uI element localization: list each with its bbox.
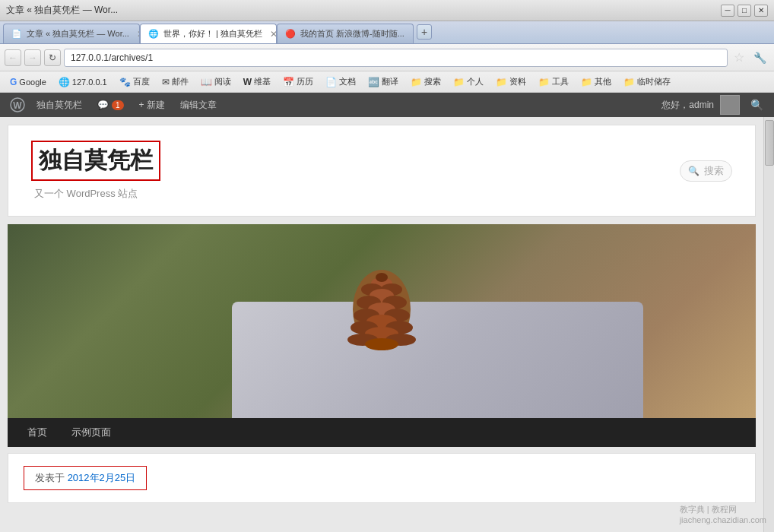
google-icon: G bbox=[10, 77, 17, 87]
tools-icon: 📁 bbox=[538, 77, 550, 87]
mail-icon: ✉ bbox=[162, 77, 170, 87]
back-button[interactable]: ← bbox=[5, 49, 21, 66]
wp-edit-button[interactable]: 编辑文章 bbox=[173, 93, 224, 117]
wiki-icon: W bbox=[243, 77, 252, 87]
featured-image bbox=[8, 224, 756, 418]
tab-article[interactable]: 📄 文章 « 独自莫凭栏 — Wor... ✕ bbox=[3, 24, 140, 43]
post-date-label: 发表于 bbox=[35, 472, 68, 483]
site-search[interactable]: 🔍 搜索 bbox=[680, 160, 732, 182]
translate-icon: 🔤 bbox=[368, 77, 379, 87]
bookmark-baidu[interactable]: 🐾 百度 bbox=[116, 74, 154, 89]
bookmark-temp[interactable]: 📁 临时储存 bbox=[620, 74, 674, 89]
site-tagline: 又一个 WordPress 站点 bbox=[31, 187, 160, 201]
bookmark-search-label: 搜索 bbox=[424, 76, 441, 87]
tab-label-2: 世界，你好！ | 独自莫凭栏 bbox=[163, 28, 262, 40]
site-title[interactable]: 独自莫凭栏 bbox=[31, 141, 160, 181]
title-bar: 文章 « 独自莫凭栏 — Wor... ─ □ ✕ bbox=[0, 0, 774, 21]
minimize-button[interactable]: ─ bbox=[721, 5, 734, 17]
tab-close-2[interactable]: ✕ bbox=[270, 29, 277, 40]
forward-button[interactable]: → bbox=[24, 49, 41, 66]
bookmark-calendar[interactable]: 📅 历历 bbox=[279, 74, 317, 89]
bookmarks-bar: G Google 🌐 127.0.0.1 🐾 百度 ✉ 邮件 📖 阅读 W 维基… bbox=[0, 71, 774, 93]
wp-greeting: 您好，admin bbox=[661, 99, 714, 112]
wp-comments-count: 1 bbox=[112, 100, 124, 110]
wp-logo-button[interactable]: W bbox=[6, 93, 29, 116]
calendar-icon: 📅 bbox=[283, 77, 294, 87]
tab-label-1: 文章 « 独自莫凭栏 — Wor... bbox=[27, 28, 129, 40]
watermark: 教字典 | 教程网jiacheng.chazidian.com bbox=[680, 504, 766, 524]
bookmark-tools[interactable]: 📁 工具 bbox=[535, 74, 573, 89]
nav-home[interactable]: 首页 bbox=[15, 418, 59, 447]
bookmark-google-label: Google bbox=[19, 78, 46, 87]
bookmark-docs[interactable]: 📄 文档 bbox=[322, 74, 360, 89]
bookmark-wiki[interactable]: W 维基 bbox=[239, 74, 274, 89]
wp-admin-bar: W 独自莫凭栏 💬 1 + 新建 编辑文章 您好，admin 🔍 bbox=[0, 93, 774, 117]
nav-sample-page[interactable]: 示例页面 bbox=[59, 418, 123, 447]
bookmark-mail-label: 邮件 bbox=[172, 76, 189, 87]
tab-favicon-1: 📄 bbox=[11, 29, 22, 40]
bookmark-temp-label: 临时储存 bbox=[637, 76, 671, 87]
scrollbar-thumb[interactable] bbox=[765, 120, 774, 166]
new-tab-button[interactable]: + bbox=[417, 24, 432, 40]
tab-bar: 📄 文章 « 独自莫凭栏 — Wor... ✕ 🌐 世界，你好！ | 独自莫凭栏… bbox=[0, 21, 774, 44]
scrollbar[interactable] bbox=[763, 117, 774, 532]
site-nav: 首页 示例页面 bbox=[8, 418, 756, 447]
tab-favicon-2: 🌐 bbox=[148, 29, 159, 40]
title-text: 文章 « 独自莫凭栏 — Wor... bbox=[6, 4, 118, 17]
bookmark-calendar-label: 历历 bbox=[297, 76, 313, 87]
bookmark-reader-label: 阅读 bbox=[214, 76, 231, 87]
wp-search-icon[interactable]: 🔍 bbox=[746, 99, 768, 111]
bookmark-baidu-label: 百度 bbox=[133, 76, 150, 87]
close-button[interactable]: ✕ bbox=[754, 5, 768, 17]
post-date-link[interactable]: 2012年2月25日 bbox=[68, 472, 136, 483]
tab-weibo[interactable]: 🔴 我的首页 新浪微博-随时随... ✕ bbox=[277, 24, 414, 43]
refresh-button[interactable]: ↻ bbox=[44, 49, 61, 66]
post-date: 发表于 2012年2月25日 bbox=[24, 466, 147, 490]
wp-site-name[interactable]: 独自莫凭栏 bbox=[29, 93, 90, 117]
settings-wrench-button[interactable]: 🔧 bbox=[750, 52, 769, 64]
reader-icon: 📖 bbox=[201, 77, 212, 87]
docs-icon: 📄 bbox=[325, 77, 337, 87]
bookmark-docs-label: 文档 bbox=[339, 76, 356, 87]
wp-new-button[interactable]: + 新建 bbox=[132, 93, 173, 117]
wp-avatar bbox=[720, 95, 740, 115]
tab-world[interactable]: 🌐 世界，你好！ | 独自莫凭栏 ✕ bbox=[140, 24, 277, 43]
temp-icon: 📁 bbox=[623, 77, 635, 87]
bookmark-translate[interactable]: 🔤 翻译 bbox=[364, 74, 402, 89]
svg-point-18 bbox=[365, 338, 398, 350]
bookmark-mail[interactable]: ✉ 邮件 bbox=[158, 74, 192, 89]
address-bar[interactable] bbox=[64, 49, 728, 67]
tab-close-3[interactable]: ✕ bbox=[412, 29, 414, 40]
restore-button[interactable]: □ bbox=[738, 5, 751, 17]
bookmark-google[interactable]: G Google bbox=[6, 75, 50, 89]
wp-comments-item[interactable]: 💬 1 bbox=[90, 93, 132, 117]
site-search-icon: 🔍 bbox=[688, 166, 699, 176]
bookmark-star-button[interactable]: ☆ bbox=[731, 50, 747, 65]
localhost-icon: 🌐 bbox=[59, 77, 70, 87]
bookmark-tools-label: 工具 bbox=[552, 76, 569, 87]
bookmark-reader[interactable]: 📖 阅读 bbox=[197, 74, 235, 89]
bookmark-search-folder[interactable]: 📁 搜索 bbox=[407, 74, 445, 89]
wp-comments-icon: 💬 bbox=[97, 100, 109, 110]
tab-favicon-3: 🔴 bbox=[285, 29, 296, 40]
browser-content: 独自莫凭栏 又一个 WordPress 站点 🔍 搜索 bbox=[0, 117, 774, 532]
wp-admin-right: 您好，admin 🔍 bbox=[661, 95, 768, 115]
bookmark-personal[interactable]: 📁 个人 bbox=[449, 74, 487, 89]
search-folder-icon: 📁 bbox=[411, 77, 422, 87]
stone bbox=[232, 302, 643, 418]
nav-bar: ← → ↻ ☆ 🔧 bbox=[0, 44, 774, 71]
bookmark-localhost[interactable]: 🌐 127.0.0.1 bbox=[55, 75, 111, 89]
post-area: 发表于 2012年2月25日 bbox=[8, 453, 756, 503]
svg-text:W: W bbox=[13, 100, 22, 111]
window-controls: ─ □ ✕ bbox=[721, 5, 768, 17]
bookmark-other[interactable]: 📁 其他 bbox=[577, 74, 615, 89]
site-header: 独自莫凭栏 又一个 WordPress 站点 🔍 搜索 bbox=[8, 125, 756, 217]
bookmark-data[interactable]: 📁 资料 bbox=[492, 74, 530, 89]
website: 独自莫凭栏 又一个 WordPress 站点 🔍 搜索 bbox=[0, 117, 763, 532]
personal-icon: 📁 bbox=[453, 77, 465, 87]
bookmark-personal-label: 个人 bbox=[467, 76, 484, 87]
tab-label-3: 我的首页 新浪微博-随时随... bbox=[300, 28, 404, 40]
other-icon: 📁 bbox=[581, 77, 592, 87]
bookmark-data-label: 资料 bbox=[509, 76, 526, 87]
bookmark-translate-label: 翻译 bbox=[382, 76, 398, 87]
